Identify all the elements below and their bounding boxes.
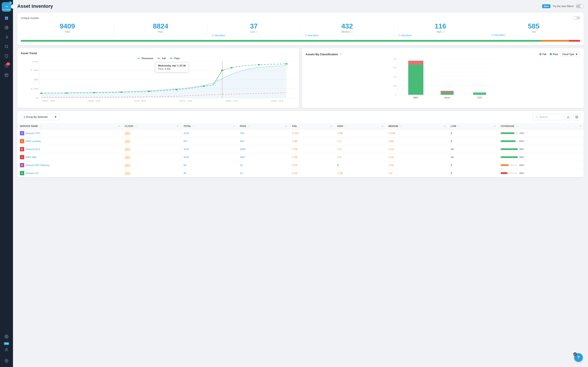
download-button[interactable]	[565, 114, 571, 120]
cell-service: I AWS IAM	[17, 153, 122, 161]
total-label: Total	[25, 30, 110, 33]
cell-total: 1018	[181, 129, 237, 137]
sidebar-item-reports[interactable]	[3, 71, 10, 79]
try-filters-text: Try the new filters!	[553, 5, 574, 8]
medium-number: 432	[305, 22, 389, 30]
asset-trend-card: Asset Trend Resources Fail Pass	[17, 48, 299, 108]
legend-pass: Pass	[169, 57, 179, 59]
fail-view-alerts[interactable]: ⓘ View Alerts	[492, 33, 576, 36]
filters-toggle[interactable]	[576, 4, 584, 8]
stat-medium: 432 Medium ⓘ ⓘ View Alerts	[301, 22, 394, 37]
unique-assets-toggle[interactable]: %	[572, 16, 580, 20]
collapse-button[interactable]: ‹	[11, 4, 15, 9]
service-name-link[interactable]: Amazon S3	[26, 172, 38, 175]
service-name-link[interactable]: Amazon API Gateway	[26, 164, 50, 167]
low-view-alerts[interactable]: ⓘ View Alerts	[212, 34, 296, 37]
service-icon: λ	[20, 139, 24, 143]
total-number: 9409	[25, 22, 110, 30]
cell-cloud: aws	[122, 145, 181, 153]
header-right: New Try the new filters!	[542, 4, 584, 8]
coverage-cell: 39%	[501, 172, 581, 175]
sidebar-item-dashboard[interactable]	[3, 14, 10, 22]
coverage-cell: 45%	[501, 164, 581, 167]
medium-view-alerts[interactable]: ⓘ View Alerts	[305, 34, 389, 37]
aws-logo: aws	[125, 132, 130, 135]
service-name-link[interactable]: AWS Lambda	[26, 140, 41, 142]
svg-text:AWS: AWS	[413, 97, 418, 99]
filter-icon[interactable]: ≡	[118, 125, 120, 127]
sidebar-item-search[interactable]	[3, 43, 10, 50]
svg-rect-57	[441, 91, 454, 93]
progress-bar	[21, 40, 580, 42]
svg-rect-3	[5, 74, 8, 77]
service-name-link[interactable]: Amazon EC2	[26, 148, 40, 150]
filter-icon-5[interactable]: ≡	[331, 125, 332, 127]
col-high: HIGH ↑↓ ≡	[335, 123, 386, 129]
sidebar-item-list[interactable]	[3, 33, 10, 41]
filter-icon-3[interactable]: ≡	[233, 125, 234, 127]
cell-fail: 85	[289, 137, 335, 145]
filter-icon-2[interactable]: ≡	[177, 125, 178, 127]
sidebar-item-alerts[interactable]: 1971	[3, 62, 10, 69]
cell-total: 3532	[181, 153, 237, 161]
tooltip-title: Wednesday, Apr 7, 07:30	[158, 64, 186, 67]
table-row: I AWS IAM aws 3532 3497 35 6 19 10 99%	[17, 153, 584, 161]
search-box[interactable]: Search	[533, 114, 563, 120]
col-service-name: SERVICE NAME ↑↓ ≡	[17, 123, 122, 129]
svg-text:10k: 10k	[393, 58, 397, 60]
col-total: TOTAL ↑↓ ≡	[181, 123, 237, 129]
warning-icon-med	[389, 172, 391, 174]
aws-logo: aws	[125, 156, 130, 159]
warning-icon	[292, 164, 294, 166]
sidebar-item-graph[interactable]	[3, 24, 10, 32]
cloud-type-dropdown[interactable]: Cloud Type ▼	[560, 52, 580, 57]
cell-pass: 15	[237, 169, 290, 177]
svg-point-36	[203, 85, 205, 87]
cell-high: 4	[335, 145, 386, 153]
group-by-select[interactable]: 1 Group By Selected ▼	[21, 114, 60, 120]
sidebar-item-location[interactable]	[3, 357, 10, 365]
filter-icon-9[interactable]: ≡	[580, 125, 581, 127]
filter-icon-6[interactable]: ≡	[382, 125, 383, 127]
asset-trend-chart: 0 2.5k 5k 7.5k 10k Jan '20 Apr '20 Jul '…	[21, 61, 295, 104]
svg-text:0: 0	[36, 97, 38, 99]
app-logo[interactable]: 2 ☁ CLOUD	[2, 2, 11, 12]
filter-icon-8[interactable]: ≡	[494, 125, 495, 127]
cell-pass: 1608	[237, 145, 290, 153]
sidebar-item-settings[interactable]	[3, 333, 10, 341]
low-number: 37	[212, 22, 296, 30]
help-button[interactable]: 6 ?	[574, 353, 583, 362]
aws-logo: aws	[125, 148, 130, 151]
cell-cloud: aws	[122, 153, 181, 161]
coverage-cell: 98%	[501, 148, 581, 150]
filter-icon-4[interactable]: ≡	[285, 125, 287, 127]
table-row: S Amazon S3 aws 39 15 24 20 4 0 39%	[17, 169, 584, 177]
coverage-bar	[501, 156, 518, 158]
table-actions: Search	[533, 114, 580, 120]
cell-cloud: aws	[122, 129, 181, 137]
cell-medium: 154	[386, 129, 448, 137]
columns-button[interactable]	[573, 114, 580, 120]
cell-high: 0	[335, 161, 386, 169]
svg-point-38	[230, 67, 233, 68]
sidebar-item-shield[interactable]	[3, 52, 10, 60]
asset-trend-title: Asset Trend	[21, 52, 295, 55]
cell-cloud: aws	[122, 161, 181, 169]
cell-low: 0	[448, 161, 498, 169]
service-icon: A	[20, 163, 24, 167]
sort-icon-5: ↓	[299, 125, 300, 127]
medium-label: Medium ⓘ	[305, 30, 389, 33]
high-number: 116	[398, 22, 483, 30]
cell-coverage: 78%	[498, 129, 584, 137]
cell-fail: 35	[289, 153, 335, 161]
unique-assets-card: Unique Assets % 9409 Total 8824 Pass 37 …	[17, 13, 584, 45]
svg-point-10	[158, 58, 160, 59]
app-name-label: CLOUD	[3, 9, 10, 11]
service-name-link[interactable]: AWS IAM	[26, 156, 36, 158]
sidebar-item-user[interactable]	[3, 346, 10, 354]
svg-text:Jul '20: Jul '20	[134, 100, 146, 102]
high-view-alerts[interactable]: ⓘ View Alerts	[398, 34, 483, 37]
cell-low: 10	[448, 153, 498, 161]
service-name-link[interactable]: Amazon VPC	[26, 132, 40, 134]
filter-icon-7[interactable]: ≡	[444, 125, 445, 127]
